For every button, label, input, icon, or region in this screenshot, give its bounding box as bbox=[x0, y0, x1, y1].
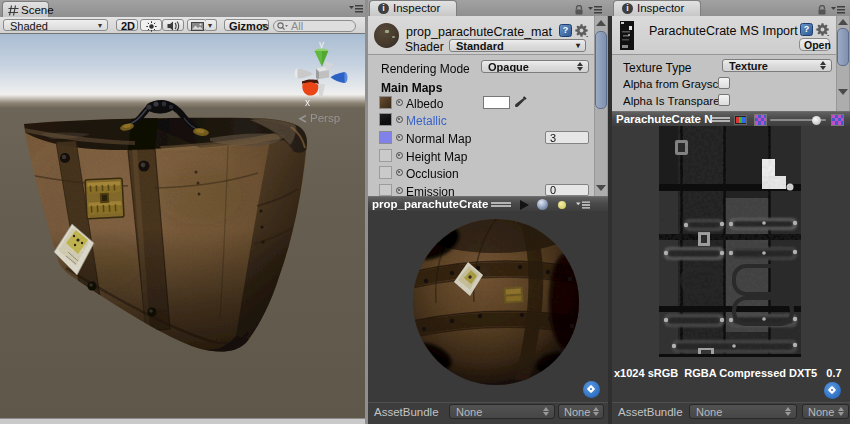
svg-text:y: y bbox=[319, 39, 324, 50]
svg-text:Persp: Persp bbox=[310, 112, 340, 124]
svg-text:x: x bbox=[305, 97, 310, 108]
